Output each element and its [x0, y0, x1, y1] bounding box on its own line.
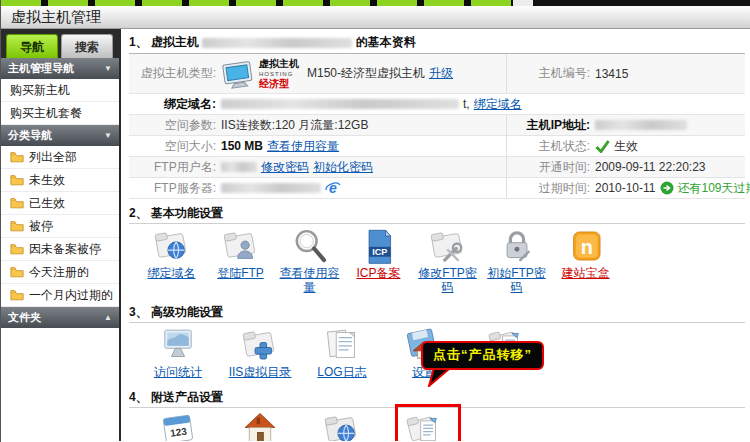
host-id-label: 主机编号: — [507, 65, 595, 82]
log-document-icon — [301, 326, 383, 364]
feature-database[interactable]: 数据库管理 — [301, 411, 383, 441]
upgrade-link[interactable]: 升级 — [429, 65, 453, 82]
folder-icon — [10, 197, 24, 209]
chevron-up-icon: ▲ — [104, 313, 112, 322]
tab-navigation[interactable]: 导航 — [6, 34, 58, 58]
sidebar-item-list-all[interactable]: 列出全部 — [1, 146, 119, 169]
folder-document-icon — [383, 411, 465, 441]
sidebar-header-category[interactable]: 分类导航 ▼ — [1, 125, 119, 146]
sidebar-item-inactive[interactable]: 未生效 — [1, 169, 119, 192]
feature-label[interactable]: 初始FTP密码 — [482, 266, 551, 294]
feature-iis-virtual-dir[interactable]: IIS虚拟目录 — [219, 326, 301, 379]
feature-label[interactable]: 查看使用容量 — [275, 266, 344, 294]
feature-log[interactable]: LOG日志 — [301, 326, 383, 379]
sidebar-item-stopped[interactable]: 被停 — [1, 215, 119, 238]
bind-domain-link[interactable]: 绑定域名 — [474, 96, 522, 113]
bind-domain-label: 绑定域名: — [129, 96, 221, 113]
feature-view-usage[interactable]: 查看使用容量 — [275, 227, 344, 294]
strip-dark — [533, 0, 750, 6]
sidebar-header-label: 主机管理导航 — [8, 61, 74, 76]
folder-globe-icon — [301, 411, 383, 441]
host-status-label: 主机状态: — [507, 138, 595, 155]
feature-label[interactable]: 修改FTP密码 — [413, 266, 482, 294]
hosting-product-icon: 虚拟主机 HOSTING 经济型 — [221, 58, 299, 90]
host-type-label: 虚拟主机类型: — [129, 65, 221, 82]
tab-search[interactable]: 搜索 — [61, 34, 113, 58]
feature-modify-ftp-password[interactable]: 修改FTP密码 — [413, 227, 482, 294]
internet-explorer-icon[interactable]: e — [325, 180, 341, 196]
feature-enterprise-mail[interactable]: 企业邮局管理 — [219, 411, 301, 441]
feature-label[interactable]: IIS虚拟目录 — [229, 365, 292, 379]
feature-product-transfer[interactable]: 产品转移 — [383, 411, 465, 441]
redacted-domains — [221, 99, 459, 109]
feature-label[interactable]: ICP备案 — [356, 266, 400, 280]
table-row: 绑定域名: t, 绑定域名 — [129, 94, 745, 115]
domain-tail: t, — [463, 97, 470, 111]
title-suffix: 的基本资料 — [356, 35, 416, 49]
expire-remaining-text: 还有109天过期 — [678, 180, 750, 197]
feature-init-ftp-password[interactable]: 初始FTP密码 — [482, 227, 551, 294]
sidebar-item-registered-today[interactable]: 今天注册的 — [1, 261, 119, 284]
folder-wrench-icon — [413, 227, 482, 265]
sidebar-item-label: 已生效 — [29, 192, 65, 215]
init-password-link[interactable]: 初始化密码 — [313, 159, 373, 176]
expire-date-value: 2010-10-11 — [595, 181, 656, 195]
sidebar-header-hosting[interactable]: 主机管理导航 ▼ — [1, 58, 119, 79]
folder-icon — [10, 220, 24, 232]
space-size-value: 150 MB — [221, 139, 263, 153]
host-icon-text: 经济型 — [259, 79, 299, 89]
feature-nicebox[interactable]: n 建站宝盒 — [551, 227, 620, 294]
main-content: 1、 虚拟主机 的基本资料 虚拟主机类型: — [121, 29, 750, 441]
sidebar-header-label: 文件夹 — [8, 310, 41, 325]
folder-icon — [10, 151, 24, 163]
redacted-ip — [595, 120, 687, 130]
feature-label[interactable]: 访问统计 — [154, 365, 202, 379]
sidebar-item-expiring-month[interactable]: 一个月内过期的 — [1, 284, 119, 307]
sidebar-item-no-icp-stopped[interactable]: 因未备案被停 — [1, 238, 119, 261]
ftp-server-label: FTP服务器: — [129, 180, 221, 197]
sidebar-item-label: 被停 — [29, 215, 53, 238]
feature-label[interactable]: 绑定域名 — [148, 266, 196, 280]
view-usage-link[interactable]: 查看使用容量 — [267, 138, 339, 155]
sidebar-header-label: 分类导航 — [8, 128, 52, 143]
sidebar-item-buy-host[interactable]: 购买新主机 — [1, 79, 119, 102]
feature-visit-stats[interactable]: 访问统计 — [137, 326, 219, 379]
feature-login-ftp[interactable]: 登陆FTP — [206, 227, 275, 294]
basic-features-grid: 绑定域名 登陆FTP 查看使用容量 ICP — [129, 224, 745, 298]
section-basic-info-title: 1、 虚拟主机 的基本资料 — [129, 31, 745, 54]
strip-gap — [513, 0, 533, 6]
folder-icon — [10, 289, 24, 301]
green-arrow-icon — [660, 181, 674, 195]
host-id-value: 13415 — [595, 67, 628, 81]
feature-counter[interactable]: 123 计数器 — [137, 411, 219, 441]
svg-text:ICP: ICP — [372, 247, 387, 257]
folder-plus-icon — [219, 326, 301, 364]
host-status-value: 生效 — [614, 138, 638, 155]
sidebar: 导航 搜索 主机管理导航 ▼ 购买新主机 购买主机套餐 分类导航 ▼ 列出全部 — [1, 29, 121, 441]
sidebar-item-active[interactable]: 已生效 — [1, 192, 119, 215]
sidebar-item-label: 列出全部 — [29, 146, 77, 169]
sidebar-header-folders[interactable]: 文件夹 ▲ — [1, 307, 119, 328]
sidebar-item-label: 购买主机套餐 — [10, 102, 82, 125]
sidebar-item-buy-package[interactable]: 购买主机套餐 — [1, 102, 119, 125]
feature-icp-record[interactable]: ICP ICP备案 — [344, 227, 413, 294]
feature-bind-domain[interactable]: 绑定域名 — [137, 227, 206, 294]
space-params-value: IIS连接数:120 月流量:12GB — [221, 117, 368, 134]
space-size-label: 空间大小: — [129, 138, 221, 155]
feature-label[interactable]: 建站宝盒 — [562, 266, 610, 280]
counter-123-icon: 123 — [137, 411, 219, 441]
redacted-ftp-server — [221, 183, 321, 193]
folder-icon — [10, 243, 24, 255]
section-bundle-products-title: 4、 附送产品设置 — [129, 387, 745, 408]
modify-password-link[interactable]: 修改密码 — [261, 159, 309, 176]
section-basic-features-title: 2、 基本功能设置 — [129, 203, 745, 224]
folder-icon — [10, 266, 24, 278]
house-icon — [219, 411, 301, 441]
sidebar-item-label: 今天注册的 — [29, 261, 89, 284]
table-row: FTP用户名: 修改密码 初始化密码 开通时间: 2009-09-11 22:2… — [129, 157, 745, 178]
lock-icon — [482, 227, 551, 265]
chevron-down-icon: ▼ — [104, 64, 112, 73]
feature-label[interactable]: LOG日志 — [317, 365, 366, 379]
feature-label[interactable]: 登陆FTP — [217, 266, 264, 280]
monitor-icon — [137, 326, 219, 364]
